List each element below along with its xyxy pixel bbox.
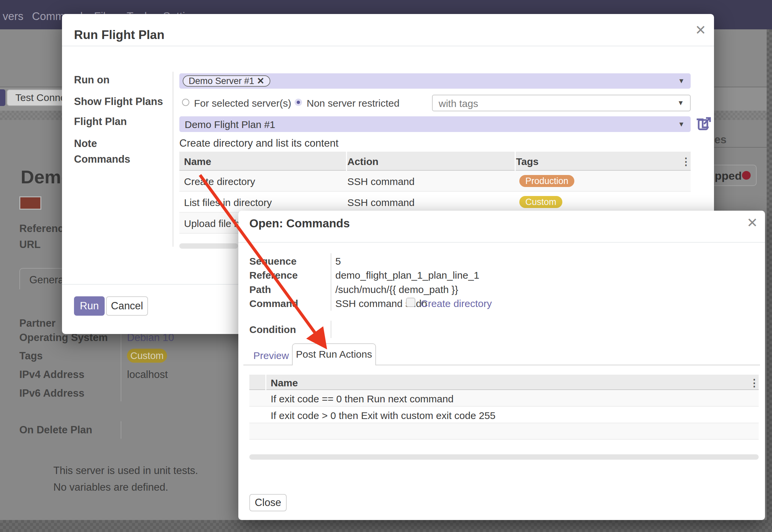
cell-action: SSH command <box>347 197 415 208</box>
horizontal-scrollbar[interactable] <box>179 243 238 249</box>
label-command: Command <box>249 298 298 309</box>
tag-badge: Custom <box>519 196 562 208</box>
with-tags-dropdown[interactable]: with tags ▾ <box>432 95 691 111</box>
value-reference: demo_flight_plan_1_plan_line_1 <box>335 270 479 281</box>
col-name[interactable]: Name <box>271 377 298 389</box>
label-path: Path <box>249 284 271 295</box>
label-column-divider <box>173 72 173 247</box>
server-note-line2: No variables are defined. <box>53 481 168 493</box>
table-row[interactable] <box>249 423 759 440</box>
table-row[interactable]: If exit code == 0 then Run next command <box>249 390 759 407</box>
header-divider <box>238 242 765 243</box>
radio-label-for-selected-servers[interactable]: For selected server(s) <box>194 98 291 109</box>
tab-post-run-actions[interactable]: Post Run Actions <box>292 343 376 365</box>
field-separator <box>121 421 121 439</box>
tab-general[interactable]: General <box>19 268 66 289</box>
screen: vers Commands Files Tools Settings Test … <box>0 0 772 532</box>
chip-remove-icon[interactable]: ✕ <box>257 76 265 86</box>
horizontal-scrollbar[interactable] <box>249 454 759 460</box>
chevron-down-icon[interactable]: ▾ <box>679 76 683 85</box>
primary-button-fragment[interactable] <box>0 89 5 106</box>
table-row[interactable]: List files in directory SSH command Cust… <box>179 192 691 213</box>
cell-name: List files in directory <box>184 197 272 208</box>
table-row[interactable]: If exit code > 0 then Exit with custom e… <box>249 407 759 423</box>
tab-strip-mask <box>293 365 375 365</box>
status-text-partial: pped <box>715 169 742 182</box>
server-note-line1: This server is used in unit tests. <box>53 465 198 477</box>
label-condition: Condition <box>249 324 296 335</box>
right-panel-heading-partial: es <box>714 133 727 146</box>
cell-name: If exit code > 0 then Exit with custom e… <box>271 410 496 421</box>
label-run-on: Run on <box>74 74 110 86</box>
close-icon[interactable]: ✕ <box>747 216 758 229</box>
col-action[interactable]: Action <box>347 156 378 167</box>
label-partner: Partner <box>19 317 56 329</box>
label-ipv4-address: IPv4 Address <box>19 369 84 381</box>
modal-title: Run Flight Plan <box>74 28 164 42</box>
label-url: URL <box>19 239 41 251</box>
label-commands: Commands <box>74 153 130 165</box>
label-note: Note <box>74 138 97 150</box>
server-color-swatch[interactable] <box>19 196 41 210</box>
header-divider <box>62 46 714 46</box>
field-separator <box>331 253 331 311</box>
external-link-icon[interactable] <box>697 117 711 131</box>
cell-name: Create directory <box>184 176 255 187</box>
cell-name: Upload file by <box>184 218 245 229</box>
kebab-icon[interactable]: ⋮ <box>681 156 691 167</box>
open-commands-modal: Open: Commands ✕ Sequence 5 Reference de… <box>238 211 765 520</box>
cell-action: SSH command <box>347 176 415 187</box>
table-header: Name Action Tags ⋮ <box>179 152 691 171</box>
close-button[interactable]: Close <box>249 494 287 511</box>
label-ipv6-address: IPv6 Address <box>19 387 84 399</box>
chevron-down-icon[interactable]: ▾ <box>679 98 683 107</box>
kebab-icon[interactable]: ⋮ <box>749 377 759 389</box>
label-tags: Tags <box>19 350 43 362</box>
tag-badge-custom-bg[interactable]: Custom <box>127 349 167 363</box>
cell-name: If exit code == 0 then Run next command <box>271 393 454 405</box>
modal-title: Open: Commands <box>249 217 350 230</box>
label-flight-plan: Flight Plan <box>74 116 127 128</box>
status-dot-icon <box>742 171 751 180</box>
value-path: /such/much/{{ demo_path }} <box>335 284 458 295</box>
label-reference: Reference <box>249 270 298 281</box>
value-ipv4-address: localhost <box>127 369 168 381</box>
radio-label-non-server-restricted[interactable]: Non server restricted <box>307 98 399 109</box>
right-panel-rule <box>714 147 767 148</box>
run-on-multiselect[interactable]: Demo Server #1✕ ▾ <box>179 73 691 89</box>
server-chip-label: Demo Server #1 <box>189 76 254 86</box>
nav-item-servers[interactable]: vers <box>3 10 23 23</box>
table-row[interactable]: Create directory SSH command Production <box>179 171 691 192</box>
cancel-button[interactable]: Cancel <box>106 296 148 316</box>
chevron-down-icon[interactable]: ▾ <box>679 119 683 129</box>
close-icon[interactable]: ✕ <box>695 23 706 37</box>
table-header: Name ⋮ <box>249 375 759 390</box>
radio-non-server-restricted[interactable] <box>295 99 302 106</box>
run-button[interactable]: Run <box>74 296 105 316</box>
create-directory-link[interactable]: Create directory <box>421 298 492 309</box>
create-directory-checkbox[interactable] <box>406 298 415 307</box>
window-edge-bottom <box>0 520 772 532</box>
tag-badge: Production <box>519 175 574 187</box>
server-chip[interactable]: Demo Server #1✕ <box>183 75 270 87</box>
tab-preview[interactable]: Preview <box>253 350 289 361</box>
flight-plan-value: Demo Flight Plan #1 <box>185 119 275 130</box>
col-tags[interactable]: Tags <box>516 156 539 167</box>
col-name[interactable]: Name <box>184 156 211 167</box>
label-sequence: Sequence <box>249 256 297 267</box>
label-on-delete-plan: On Delete Plan <box>19 424 92 436</box>
post-run-actions-table: Name ⋮ If exit code == 0 then Run next c… <box>249 375 759 440</box>
radio-for-selected-servers[interactable] <box>182 99 189 106</box>
field-separator <box>331 321 331 338</box>
note-value: Create directory and list its content <box>179 137 338 149</box>
window-edge-right <box>767 29 772 532</box>
label-show-flight-plans: Show Flight Plans <box>74 96 163 108</box>
value-sequence: 5 <box>335 256 341 267</box>
flight-plan-select[interactable]: Demo Flight Plan #1 ▾ <box>179 116 691 132</box>
with-tags-value: with tags <box>439 98 478 109</box>
